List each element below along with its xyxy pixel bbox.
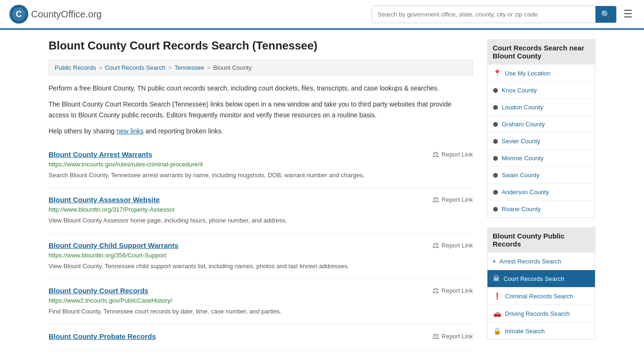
result-title-4[interactable]: Blount County Probate Records <box>49 332 156 340</box>
nearby-county-link-3[interactable]: Sevier County <box>487 133 595 149</box>
description-1: Perform a free Blount County, TN public … <box>49 83 473 93</box>
dot-icon-1 <box>493 105 498 110</box>
public-records-item-0[interactable]: ▪ Arrest Records Search <box>487 253 595 270</box>
nearby-county-item-6[interactable]: Anderson County <box>487 184 595 201</box>
breadcrumb-court-records-search[interactable]: Court Records Search <box>105 64 165 71</box>
logo-icon: C <box>9 5 28 24</box>
result-header: Blount County Arrest Warrants ⚖ Report L… <box>49 150 473 159</box>
report-link-3[interactable]: ⚖ Report Link <box>432 286 473 295</box>
nearby-county-item-0[interactable]: Knox County <box>487 82 595 99</box>
search-input[interactable] <box>372 7 595 22</box>
header: C CountyOffice.org 🔍 ☰ <box>0 0 644 30</box>
dot-icon-6 <box>493 190 498 195</box>
breadcrumb-sep-1: > <box>99 65 102 71</box>
result-url-3: https://www2.tncourts.gov/PublicCaseHist… <box>49 297 473 304</box>
nearby-county-link-2[interactable]: Graham County <box>487 116 595 132</box>
header-right: 🔍 ☰ <box>372 6 635 23</box>
public-records-list: ▪ Arrest Records Search 🏛 Court Records … <box>487 253 595 340</box>
nearby-county-link-5[interactable]: Swain County <box>487 167 595 183</box>
result-title-0[interactable]: Blount County Arrest Warrants <box>49 150 152 158</box>
nearby-county-item-2[interactable]: Graham County <box>487 116 595 133</box>
public-records-link-0[interactable]: ▪ Arrest Records Search <box>487 253 595 270</box>
report-icon-4: ⚖ <box>432 332 439 341</box>
nearby-county-item-7[interactable]: Roane County <box>487 201 595 217</box>
public-records-link-2[interactable]: ❗ Criminal Records Search <box>487 288 595 304</box>
use-my-location-item[interactable]: 📍 Use My Location <box>487 65 595 82</box>
nearby-county-item-3[interactable]: Sevier County <box>487 133 595 150</box>
breadcrumb: Public Records > Court Records Search > … <box>49 60 473 75</box>
logo-text: CountyOffice.org <box>31 9 102 20</box>
nearby-title: Court Records Search near Blount County <box>487 39 595 65</box>
pr-icon-2: ❗ <box>493 292 501 300</box>
content-area: Blount County Court Records Search (Tenn… <box>49 39 473 351</box>
public-records-section: Blount County Public Records ▪ Arrest Re… <box>487 227 595 340</box>
svg-text:C: C <box>16 9 22 19</box>
nearby-county-link-1[interactable]: Loudon County <box>487 99 595 115</box>
result-header: Blount County Court Records ⚖ Report Lin… <box>49 286 473 295</box>
search-button[interactable]: 🔍 <box>595 6 616 23</box>
public-records-link-3[interactable]: 🚗 Driving Records Search <box>487 305 595 322</box>
result-desc-0: Search Blount County, Tennessee arrest w… <box>49 171 473 180</box>
result-header: Blount County Child Support Warrants ⚖ R… <box>49 241 473 250</box>
result-url-0: https://www.tncourts.gov/rules/rules-cri… <box>49 161 473 168</box>
nearby-county-link-0[interactable]: Knox County <box>487 82 595 99</box>
use-my-location-link[interactable]: 📍 Use My Location <box>487 65 595 82</box>
description-2: The Blount County Court Records Search (… <box>49 99 473 120</box>
public-records-item-2[interactable]: ❗ Criminal Records Search <box>487 288 595 305</box>
result-item: Blount County Child Support Warrants ⚖ R… <box>49 233 473 279</box>
nearby-county-item-5[interactable]: Swain County <box>487 167 595 184</box>
report-link-4[interactable]: ⚖ Report Link <box>432 332 473 341</box>
result-item: Blount County Arrest Warrants ⚖ Report L… <box>49 142 473 188</box>
result-desc-2: View Blount County, Tennessee child supp… <box>49 262 473 271</box>
public-records-item-3[interactable]: 🚗 Driving Records Search <box>487 305 595 322</box>
pr-icon-0: ▪ <box>493 257 495 265</box>
dot-icon-3 <box>493 139 498 144</box>
pr-icon-1: 🏛 <box>493 275 500 282</box>
breadcrumb-public-records[interactable]: Public Records <box>55 64 96 71</box>
nearby-county-list: 📍 Use My Location Knox County Loudon Cou… <box>487 65 595 218</box>
result-item: Blount County Court Records ⚖ Report Lin… <box>49 279 473 324</box>
nearby-county-link-7[interactable]: Roane County <box>487 201 595 217</box>
location-icon: 📍 <box>493 69 501 77</box>
public-records-item-1[interactable]: 🏛 Court Records Search <box>487 270 595 288</box>
pr-icon-4: 🔒 <box>493 327 501 335</box>
public-records-link-1[interactable]: 🏛 Court Records Search <box>487 270 595 287</box>
pr-icon-3: 🚗 <box>493 310 501 317</box>
report-link-1[interactable]: ⚖ Report Link <box>432 195 473 204</box>
nearby-county-item-1[interactable]: Loudon County <box>487 99 595 116</box>
public-records-link-4[interactable]: 🔒 Inmate Search <box>487 322 595 339</box>
description-3: Help others by sharing new links and rep… <box>49 126 473 136</box>
sidebar: Court Records Search near Blount County … <box>487 39 595 351</box>
result-url-1: http://www.blounttn.org/317/Property-Ass… <box>49 206 473 213</box>
hamburger-button[interactable]: ☰ <box>621 6 635 22</box>
result-title-2[interactable]: Blount County Child Support Warrants <box>49 241 178 249</box>
nearby-county-link-6[interactable]: Anderson County <box>487 184 595 200</box>
result-title-3[interactable]: Blount County Court Records <box>49 287 149 295</box>
dot-icon-7 <box>493 207 498 212</box>
public-records-item-4[interactable]: 🔒 Inmate Search <box>487 322 595 339</box>
results-container: Blount County Arrest Warrants ⚖ Report L… <box>49 142 473 351</box>
report-link-0[interactable]: ⚖ Report Link <box>432 150 473 159</box>
report-icon-1: ⚖ <box>432 195 439 204</box>
dot-icon-0 <box>493 88 498 93</box>
result-desc-1: View Blount County Assessor home page, i… <box>49 216 473 225</box>
logo-area: C CountyOffice.org <box>9 5 102 24</box>
breadcrumb-tennessee[interactable]: Tennessee <box>174 64 204 71</box>
report-link-2[interactable]: ⚖ Report Link <box>432 241 473 250</box>
dot-icon-5 <box>493 173 498 178</box>
new-links-link[interactable]: new links <box>116 127 144 135</box>
public-records-title: Blount County Public Records <box>487 227 595 253</box>
result-url-2: https://www.blounttn.org/356/Court-Suppo… <box>49 252 473 259</box>
breadcrumb-sep-3: > <box>207 65 210 71</box>
dot-icon-4 <box>493 156 498 161</box>
nearby-county-item-4[interactable]: Monroe County <box>487 150 595 167</box>
nearby-county-link-4[interactable]: Monroe County <box>487 150 595 166</box>
dot-icon-2 <box>493 122 498 127</box>
result-header: Blount County Assessor Website ⚖ Report … <box>49 195 473 204</box>
breadcrumb-current: Blount County <box>213 64 252 71</box>
report-icon-0: ⚖ <box>432 150 439 159</box>
breadcrumb-sep-2: > <box>168 65 172 71</box>
result-title-1[interactable]: Blount County Assessor Website <box>49 196 160 204</box>
result-desc-3: Find Blount County, Tennessee court reco… <box>49 307 473 316</box>
report-icon-2: ⚖ <box>432 241 439 250</box>
